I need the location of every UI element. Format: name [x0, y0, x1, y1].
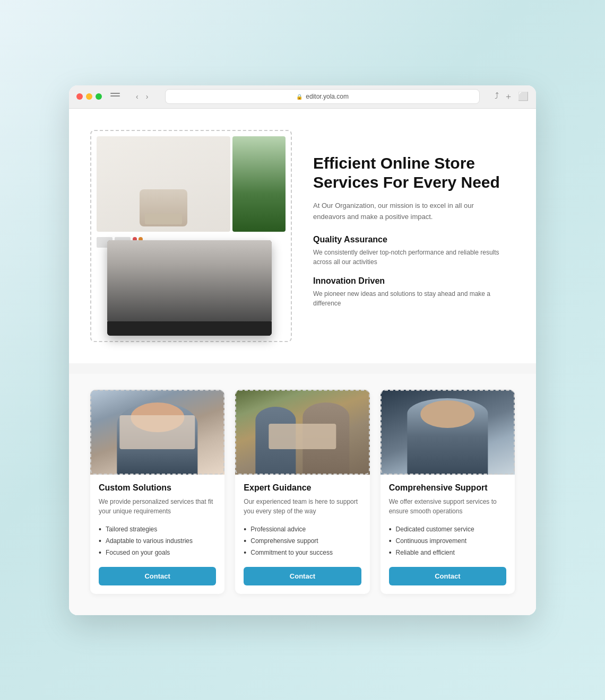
back-button[interactable]: ‹	[134, 91, 141, 102]
card-custom-list: Tailored strategies Adaptable to various…	[99, 523, 216, 558]
card-custom-contact-button[interactable]: Contact	[99, 567, 216, 585]
card-support-list: Dedicated customer service Continuous im…	[389, 523, 506, 558]
browser-nav: ‹ ›	[134, 91, 150, 102]
card-custom-body: Custom Solutions We provide personalized…	[90, 475, 224, 594]
card-custom-desc: We provide personalized services that fi…	[99, 497, 216, 516]
dot-close[interactable]	[76, 93, 83, 100]
browser-toolbar: ‹ › 🔒 editor.yola.com ⤴ ＋ ⬜	[69, 85, 536, 109]
more-icon[interactable]: ⬜	[518, 91, 529, 102]
dot-minimize[interactable]	[86, 93, 92, 100]
hero-images	[90, 130, 292, 342]
feature-quality-title: Quality Assurance	[313, 235, 504, 244]
image-dashed-border	[90, 130, 292, 342]
plant-image	[232, 136, 286, 232]
card-support-body: Comprehensive Support We offer extensive…	[381, 475, 515, 594]
shoes-image	[97, 136, 230, 232]
list-item: Commitment to your success	[244, 547, 361, 558]
new-tab-icon[interactable]: ＋	[504, 91, 513, 102]
card-expert-image	[235, 390, 369, 475]
card-support-contact-button[interactable]: Contact	[389, 567, 506, 585]
card-expert-contact-button[interactable]: Contact	[244, 567, 361, 585]
list-item: Tailored strategies	[99, 523, 216, 535]
card-expert-body: Expert Guidance Our experienced team is …	[235, 475, 369, 594]
cards-grid: Custom Solutions We provide personalized…	[90, 390, 515, 594]
card-expert-desc: Our experienced team is here to support …	[244, 497, 361, 516]
card-support: Comprehensive Support We offer extensive…	[381, 390, 515, 594]
hero-title: Efficient Online Store Services For Ever…	[313, 154, 504, 192]
feature-innovation-title: Innovation Driven	[313, 276, 504, 286]
hero-section: Efficient Online Store Services For Ever…	[69, 109, 536, 363]
feature-innovation-desc: We pioneer new ideas and solutions to st…	[313, 289, 504, 308]
image-collage	[97, 136, 286, 251]
url-text: editor.yola.com	[306, 93, 349, 100]
feature-quality-desc: We consistently deliver top-notch perfor…	[313, 248, 504, 267]
list-item: Adaptable to various industries	[99, 535, 216, 547]
collage-top	[97, 136, 286, 232]
list-item: Focused on your goals	[99, 547, 216, 558]
browser-dots	[76, 93, 102, 100]
list-item: Professional advice	[244, 523, 361, 535]
section-divider	[69, 363, 536, 374]
url-bar[interactable]: 🔒 editor.yola.com	[165, 89, 480, 104]
cards-section: Custom Solutions We provide personalized…	[69, 374, 536, 615]
lock-icon: 🔒	[296, 94, 302, 100]
card-expert: Expert Guidance Our experienced team is …	[235, 390, 369, 594]
dot-maximize[interactable]	[96, 93, 102, 100]
feature-innovation: Innovation Driven We pioneer new ideas a…	[313, 276, 504, 308]
list-item: Dedicated customer service	[389, 523, 506, 535]
card-expert-list: Professional advice Comprehensive suppor…	[244, 523, 361, 558]
card-support-image	[381, 390, 515, 475]
card-support-title: Comprehensive Support	[389, 483, 506, 493]
browser-actions: ⤴ ＋ ⬜	[495, 91, 529, 102]
card-custom-image	[90, 390, 224, 475]
browser-window: ‹ › 🔒 editor.yola.com ⤴ ＋ ⬜	[69, 85, 536, 615]
card-expert-title: Expert Guidance	[244, 483, 361, 493]
sidebar-toggle-icon[interactable]	[110, 93, 120, 100]
list-item: Comprehensive support	[244, 535, 361, 547]
card-support-desc: We offer extensive support services to e…	[389, 497, 506, 516]
card-custom-title: Custom Solutions	[99, 483, 216, 493]
card-custom: Custom Solutions We provide personalized…	[90, 390, 224, 594]
hero-subtitle: At Our Organization, our mission is to e…	[313, 200, 504, 223]
share-icon[interactable]: ⤴	[495, 91, 499, 102]
list-item: Continuous improvement	[389, 535, 506, 547]
laptop-image	[107, 240, 286, 336]
hero-text: Efficient Online Store Services For Ever…	[313, 154, 504, 318]
feature-quality: Quality Assurance We consistently delive…	[313, 235, 504, 267]
list-item: Reliable and efficient	[389, 547, 506, 558]
browser-content: Efficient Online Store Services For Ever…	[69, 109, 536, 615]
forward-button[interactable]: ›	[144, 91, 151, 102]
